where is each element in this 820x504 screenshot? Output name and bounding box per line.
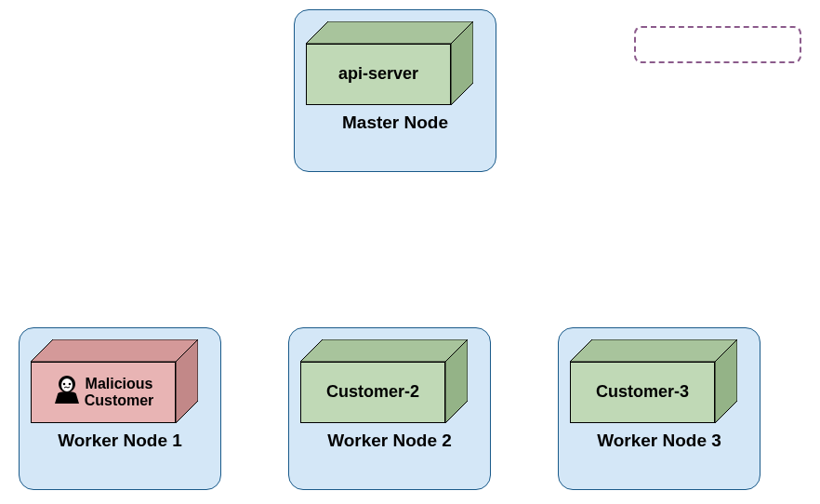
svg-marker-9 <box>570 339 737 362</box>
cube-side-face <box>445 339 468 423</box>
svg-marker-10 <box>715 339 737 423</box>
worker-node-2-container: Customer-2 Worker Node 2 <box>288 327 491 490</box>
svg-point-5 <box>62 383 65 386</box>
worker-1-label: Worker Node 1 <box>31 431 209 451</box>
api-server-box: api-server <box>306 21 473 105</box>
worker-node-3-container: Customer-3 Worker Node 3 <box>558 327 760 490</box>
worker-node-1-container: Malicious Customer Worker Node 1 <box>19 327 221 490</box>
svg-marker-7 <box>300 339 468 362</box>
svg-marker-1 <box>451 21 473 105</box>
malicious-customer-front: Malicious Customer <box>31 362 176 423</box>
worker-3-label: Worker Node 3 <box>570 431 748 451</box>
svg-marker-0 <box>306 21 473 44</box>
svg-marker-3 <box>176 339 198 423</box>
master-node-label: Master Node <box>306 113 484 133</box>
malicious-customer-label: Malicious Customer <box>85 376 154 410</box>
customer-2-label: Customer-2 <box>300 362 445 423</box>
customer-2-box: Customer-2 <box>300 339 468 423</box>
svg-point-6 <box>68 383 71 386</box>
hacker-icon <box>53 374 81 411</box>
malicious-customer-box: Malicious Customer <box>31 339 198 423</box>
svg-marker-2 <box>31 339 198 362</box>
dashed-placeholder-box <box>634 26 801 63</box>
cube-side-face <box>715 339 737 423</box>
cube-side-face <box>176 339 198 423</box>
customer-3-box: Customer-3 <box>570 339 737 423</box>
customer-3-label: Customer-3 <box>570 362 715 423</box>
svg-marker-8 <box>445 339 468 423</box>
cube-side-face <box>451 21 473 105</box>
api-server-label: api-server <box>306 44 451 105</box>
svg-point-4 <box>61 378 73 391</box>
master-node-container: api-server Master Node <box>294 9 496 172</box>
worker-2-label: Worker Node 2 <box>300 431 479 451</box>
